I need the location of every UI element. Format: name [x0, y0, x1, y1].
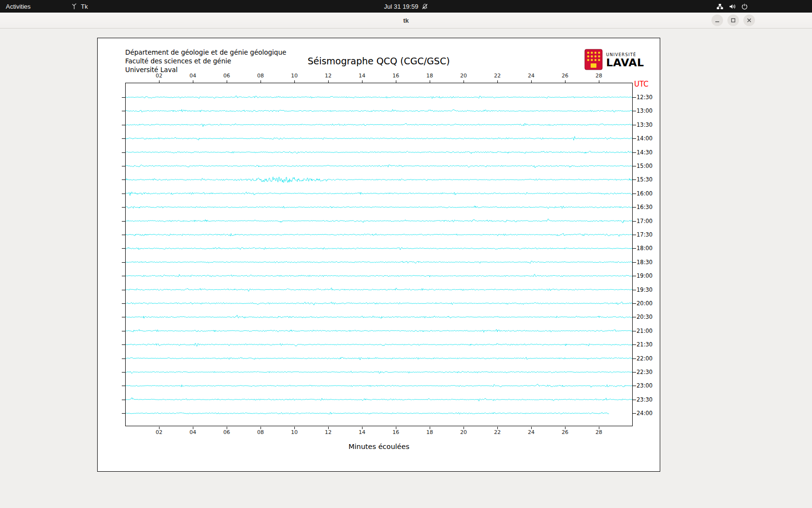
utc-time-label: 13:30: [637, 121, 652, 129]
system-status-area[interactable]: [710, 0, 754, 13]
utc-time-label: 14:00: [637, 134, 652, 142]
row-tick-right: [633, 194, 636, 194]
x-tick-label-bottom: 28: [592, 429, 606, 435]
app-menu-button[interactable]: Tk: [65, 0, 93, 13]
notifications-muted-icon: [421, 3, 428, 10]
row-tick-left: [122, 152, 125, 153]
x-tick-label-top: 10: [287, 73, 302, 79]
row-tick-right: [633, 179, 636, 180]
utc-time-label: 24:00: [637, 409, 652, 417]
x-tick-label-bottom: 16: [389, 429, 403, 435]
row-tick-left: [122, 125, 125, 125]
row-tick-left: [122, 372, 125, 373]
utc-time-label: 17:00: [637, 217, 652, 225]
x-axis-title: Minutes écoulées: [125, 443, 633, 450]
volume-icon: [729, 3, 736, 10]
row-tick-right: [633, 166, 636, 166]
x-tick-label-bottom: 24: [524, 429, 538, 435]
x-tick-label-bottom: 08: [253, 429, 268, 435]
row-tick-right: [633, 248, 636, 249]
row-tick-left: [122, 359, 125, 359]
row-tick-right: [633, 290, 636, 290]
row-tick-left: [122, 262, 125, 263]
window-controls: [711, 15, 755, 26]
x-tick-bottom: [261, 427, 261, 429]
x-tick-bottom: [531, 427, 532, 429]
network-icon: [716, 3, 724, 10]
row-tick-right: [633, 262, 636, 263]
row-tick-left: [122, 194, 125, 194]
utc-time-label: 22:30: [637, 368, 652, 376]
row-tick-left: [122, 166, 125, 166]
x-tick-label-top: 04: [186, 73, 200, 79]
row-tick-left: [122, 331, 125, 331]
desktop: Activities Tk Jul 31 19:59: [0, 0, 812, 508]
row-tick-left: [122, 400, 125, 400]
maximize-button[interactable]: [727, 15, 739, 26]
utc-time-label: 20:00: [637, 299, 652, 307]
seismogram-traces: [125, 83, 633, 426]
x-tick-label-top: 14: [355, 73, 369, 79]
clock-button[interactable]: Jul 31 19:59: [378, 0, 434, 13]
x-tick-bottom: [328, 427, 329, 429]
app-content: Département de géologie et de génie géol…: [0, 29, 812, 508]
activities-label: Activities: [6, 3, 30, 10]
utc-time-label: 16:00: [637, 190, 652, 197]
x-tick-bottom: [565, 427, 566, 429]
x-tick-label-top: 16: [389, 73, 403, 79]
row-tick-left: [122, 386, 125, 386]
row-tick-right: [633, 207, 636, 208]
x-tick-label-bottom: 10: [287, 429, 302, 435]
x-tick-bottom: [497, 427, 498, 429]
row-tick-right: [633, 400, 636, 400]
row-tick-right: [633, 235, 636, 235]
row-tick-right: [633, 372, 636, 373]
x-tick-label-top: 22: [490, 73, 505, 79]
row-tick-right: [633, 303, 636, 304]
x-tick-bottom: [294, 427, 295, 429]
row-tick-left: [122, 235, 125, 235]
row-tick-left: [122, 221, 125, 222]
close-button[interactable]: [743, 15, 755, 26]
row-tick-right: [633, 386, 636, 386]
x-tick-label-top: 06: [219, 73, 234, 79]
utc-time-label: 20:30: [637, 313, 652, 321]
x-tick-bottom: [227, 427, 227, 429]
utc-time-label: 16:30: [637, 203, 652, 211]
utc-time-label: 18:00: [637, 244, 652, 252]
x-tick-label-bottom: 22: [490, 429, 505, 435]
row-tick-right: [633, 97, 636, 98]
row-tick-left: [122, 317, 125, 317]
x-tick-label-top: 18: [422, 73, 437, 79]
utc-time-label: 19:00: [637, 272, 652, 280]
utc-time-label: 21:00: [637, 327, 652, 335]
row-tick-left: [122, 413, 125, 414]
x-tick-bottom: [396, 427, 396, 429]
app-menu-label: Tk: [81, 3, 87, 10]
row-tick-left: [122, 276, 125, 276]
window-titlebar[interactable]: tk: [0, 13, 812, 29]
x-tick-label-top: 08: [253, 73, 268, 79]
x-tick-label-bottom: 18: [422, 429, 437, 435]
seismograph-panel: Département de géologie et de génie géol…: [97, 38, 660, 472]
activities-button[interactable]: Activities: [0, 0, 36, 13]
row-tick-left: [122, 248, 125, 249]
row-tick-right: [633, 344, 636, 345]
x-tick-label-bottom: 02: [152, 429, 166, 435]
utc-time-label: 18:30: [637, 258, 652, 266]
utc-time-label: 23:00: [637, 382, 652, 389]
gnome-topbar: Activities Tk Jul 31 19:59: [0, 0, 812, 13]
minimize-button[interactable]: [711, 15, 723, 26]
x-tick-label-top: 26: [558, 73, 572, 79]
row-tick-left: [122, 290, 125, 290]
row-tick-left: [122, 138, 125, 139]
x-tick-label-bottom: 04: [186, 429, 200, 435]
x-tick-bottom: [193, 427, 193, 429]
row-tick-left: [122, 207, 125, 208]
x-tick-label-top: 28: [592, 73, 606, 79]
row-tick-right: [633, 125, 636, 125]
utc-time-label: 21:30: [637, 341, 652, 348]
row-tick-left: [122, 179, 125, 180]
row-tick-right: [633, 138, 636, 139]
row-tick-left: [122, 303, 125, 304]
